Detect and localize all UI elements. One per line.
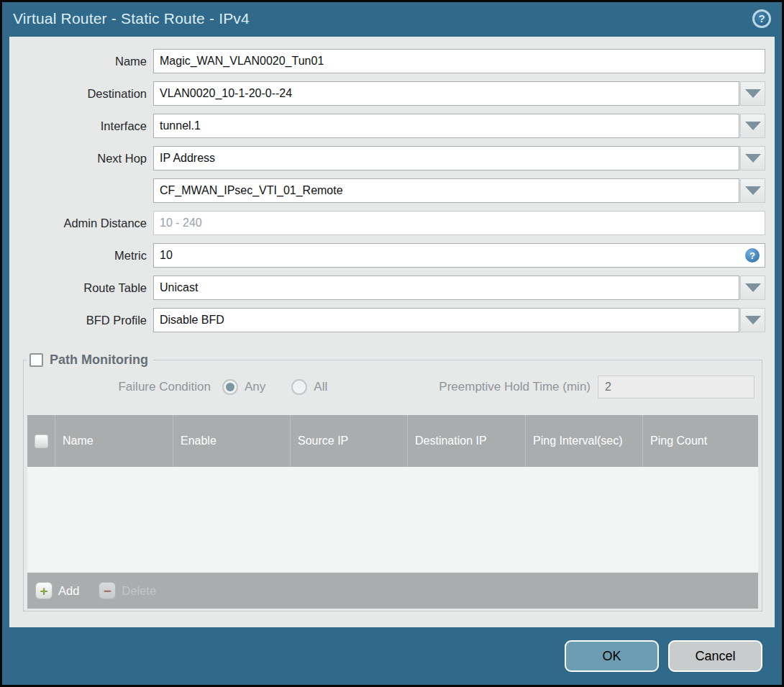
cancel-button[interactable]: Cancel bbox=[668, 640, 762, 672]
chevron-down-icon bbox=[745, 283, 761, 292]
table-toolbar: + Add − Delete bbox=[27, 573, 758, 609]
failure-condition-row: Failure Condition Any All Preemptive Hol… bbox=[27, 375, 755, 399]
bfd-profile-input[interactable] bbox=[153, 308, 739, 332]
failure-condition-all-radio[interactable] bbox=[291, 379, 307, 395]
dialog-footer: OK Cancel bbox=[2, 627, 782, 685]
column-header-destination-ip[interactable]: Destination IP bbox=[407, 415, 525, 467]
route-table-field bbox=[153, 276, 765, 300]
next-hop-address-input[interactable] bbox=[153, 178, 739, 203]
name-input[interactable] bbox=[153, 49, 765, 73]
admin-distance-field bbox=[153, 211, 765, 235]
static-route-dialog: Virtual Router - Static Route - IPv4 ? N… bbox=[0, 0, 784, 687]
next-hop-type-dropdown-button[interactable] bbox=[740, 146, 765, 170]
dialog-title: Virtual Router - Static Route - IPv4 bbox=[13, 10, 250, 27]
path-monitoring-section: Path Monitoring Failure Condition Any Al… bbox=[23, 352, 762, 611]
chevron-down-icon bbox=[745, 122, 761, 130]
next-hop-type-field bbox=[153, 146, 765, 170]
destination-dropdown-button[interactable] bbox=[740, 81, 765, 106]
next-hop-label: Next Hop bbox=[9, 152, 153, 165]
preemptive-hold-time-input[interactable] bbox=[598, 376, 755, 399]
path-monitoring-checkbox[interactable] bbox=[29, 353, 43, 367]
admin-distance-label: Admin Distance bbox=[9, 217, 153, 230]
table-body-empty bbox=[27, 467, 758, 573]
column-header-name[interactable]: Name bbox=[55, 415, 173, 467]
column-header-enable[interactable]: Enable bbox=[173, 415, 290, 467]
next-hop-address-field bbox=[153, 178, 765, 203]
failure-condition-label: Failure Condition bbox=[27, 380, 219, 394]
next-hop-address-dropdown-button[interactable] bbox=[740, 178, 765, 203]
question-mark-glyph: ? bbox=[749, 250, 755, 261]
table-header-row: Name Enable Source IP Destination IP Pin… bbox=[27, 415, 758, 467]
destination-label: Destination bbox=[9, 87, 153, 101]
preemptive-hold-time-label: Preemptive Hold Time (min) bbox=[439, 380, 591, 394]
ok-button[interactable]: OK bbox=[565, 640, 659, 672]
next-hop-address-row bbox=[9, 178, 765, 203]
metric-label: Metric bbox=[9, 249, 153, 263]
column-header-source-ip[interactable]: Source IP bbox=[290, 415, 407, 467]
destination-row: Destination bbox=[9, 81, 765, 106]
name-label: Name bbox=[9, 55, 153, 68]
admin-distance-input[interactable] bbox=[153, 211, 765, 235]
route-table-row: Route Table bbox=[9, 276, 765, 300]
admin-distance-row: Admin Distance bbox=[9, 211, 765, 235]
help-icon[interactable]: ? bbox=[752, 9, 771, 28]
next-hop-row: Next Hop bbox=[9, 146, 765, 170]
destination-input[interactable] bbox=[153, 81, 739, 106]
route-table-input[interactable] bbox=[153, 276, 739, 300]
dialog-body: Name Destination Interface bbox=[9, 37, 775, 627]
route-table-dropdown-button[interactable] bbox=[740, 276, 765, 300]
metric-input[interactable] bbox=[153, 243, 765, 268]
chevron-down-icon bbox=[745, 89, 761, 98]
column-header-ping-interval[interactable]: Ping Interval(sec) bbox=[525, 415, 642, 467]
add-button[interactable]: + Add bbox=[35, 582, 79, 599]
chevron-down-icon bbox=[745, 316, 761, 324]
name-row: Name bbox=[9, 49, 765, 73]
column-header-ping-count[interactable]: Ping Count bbox=[642, 415, 758, 467]
failure-condition-any-radio[interactable] bbox=[222, 379, 238, 395]
next-hop-type-input[interactable] bbox=[153, 146, 739, 170]
interface-field bbox=[153, 114, 765, 138]
delete-button-label: Delete bbox=[122, 584, 156, 598]
path-monitoring-legend: Path Monitoring bbox=[27, 352, 153, 368]
plus-icon: + bbox=[35, 582, 53, 599]
failure-condition-all-label: All bbox=[314, 380, 327, 394]
path-monitoring-table: Name Enable Source IP Destination IP Pin… bbox=[27, 415, 758, 609]
metric-help-icon[interactable]: ? bbox=[745, 248, 760, 263]
select-all-checkbox[interactable] bbox=[35, 435, 48, 448]
bfd-profile-label: BFD Profile bbox=[9, 314, 153, 327]
failure-condition-any-label: Any bbox=[245, 380, 265, 394]
chevron-down-icon bbox=[745, 154, 761, 163]
add-button-label: Add bbox=[58, 584, 79, 598]
delete-button[interactable]: − Delete bbox=[99, 582, 156, 599]
question-mark-glyph: ? bbox=[758, 12, 765, 24]
minus-icon: − bbox=[99, 582, 116, 599]
destination-field bbox=[153, 81, 765, 106]
metric-row: Metric ? bbox=[9, 243, 765, 268]
bfd-profile-dropdown-button[interactable] bbox=[740, 308, 765, 332]
bfd-profile-field bbox=[153, 308, 765, 332]
interface-input[interactable] bbox=[153, 114, 739, 138]
name-field bbox=[153, 49, 765, 73]
metric-field: ? bbox=[153, 243, 765, 268]
interface-row: Interface bbox=[9, 114, 765, 138]
bfd-profile-row: BFD Profile bbox=[9, 308, 765, 332]
dialog-titlebar: Virtual Router - Static Route - IPv4 ? bbox=[2, 2, 782, 35]
path-monitoring-title: Path Monitoring bbox=[50, 352, 148, 368]
interface-dropdown-button[interactable] bbox=[740, 114, 765, 138]
interface-label: Interface bbox=[9, 119, 153, 133]
table-header-checkbox-cell bbox=[27, 415, 55, 467]
route-table-label: Route Table bbox=[9, 281, 153, 295]
chevron-down-icon bbox=[745, 186, 761, 195]
